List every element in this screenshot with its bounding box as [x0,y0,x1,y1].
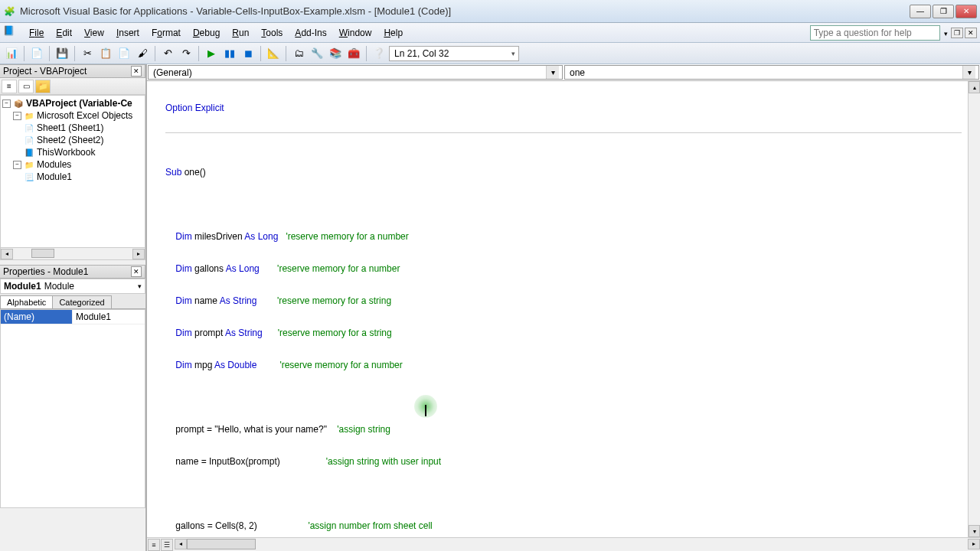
menu-edit[interactable]: Edit [50,25,78,41]
menu-window[interactable]: Window [333,25,378,41]
vscroll-down-icon[interactable]: ▾ [969,525,980,537]
object-dropdown[interactable]: (General) [148,65,563,80]
reset-icon[interactable]: ◼ [240,45,256,62]
app-icon: 🧩 [3,5,15,18]
close-button[interactable]: ✕ [956,5,977,18]
help-search[interactable]: ▾ [810,25,948,41]
toggle-folders-icon[interactable]: 📁 [35,80,51,93]
break-icon[interactable]: ▮▮ [221,45,238,62]
tab-categorized[interactable]: Categorized [52,295,111,308]
insert-module-icon[interactable]: 📄 [28,45,45,62]
text-cursor [425,405,426,416]
tree-sheet2[interactable]: 📄Sheet2 (Sheet2) [2,134,143,146]
properties-pane-close-icon[interactable]: ✕ [131,266,142,277]
editor-hscroll[interactable]: ◂ ▸ [175,539,980,551]
hscroll-thumb[interactable] [187,539,256,549]
project-pane-close-icon[interactable]: ✕ [131,66,142,77]
format-painter-icon[interactable]: 🖌 [134,45,151,62]
cut-icon[interactable]: ✂ [79,45,96,62]
view-excel-icon[interactable]: 📊 [3,45,20,62]
property-key-name: (Name) [1,310,73,324]
view-code-icon[interactable]: ≡ [2,80,17,93]
redo-icon[interactable]: ↷ [178,45,194,62]
tree-sheet1[interactable]: 📄Sheet1 (Sheet1) [2,122,143,134]
menu-help[interactable]: Help [377,25,409,41]
toolbox-icon[interactable]: 🧰 [345,45,362,62]
procedure-view-icon[interactable]: ≡ [148,539,160,551]
line-column-indicator[interactable]: Ln 21, Col 32 [389,46,519,61]
menu-insert[interactable]: Insert [110,25,145,41]
help-search-input[interactable] [810,25,940,41]
full-module-view-icon[interactable]: ☰ [161,539,173,551]
toolbar: 📊 📄 💾 ✂ 📋 📄 🖌 ↶ ↷ ▶ ▮▮ ◼ 📐 🗂 🔧 📚 🧰 ❔ Ln … [0,43,980,64]
tree-modules-folder[interactable]: −📁Modules [2,158,143,171]
tree-root[interactable]: −📦VBAProject (Variable-Ce [2,97,143,109]
window-title: Microsoft Visual Basic for Applications … [20,5,910,17]
menu-debug[interactable]: Debug [187,25,226,41]
tab-alphabetic[interactable]: Alphabetic [0,295,53,308]
procedure-dropdown[interactable]: one [564,65,979,80]
tree-thisworkbook[interactable]: 📘ThisWorkbook [2,146,143,158]
mdi-close-button[interactable]: ✕ [965,28,977,38]
properties-object-select[interactable]: Module1Module [0,279,145,294]
menu-addins[interactable]: Add-Ins [289,25,332,41]
maximize-button[interactable]: ❐ [933,5,954,18]
hscroll-thumb[interactable] [31,249,54,258]
hscroll-left-icon[interactable]: ◂ [175,539,187,549]
menu-file[interactable]: File [23,25,50,41]
editor-vscroll[interactable]: ▴ ▾ [968,81,980,537]
project-pane-header: Project - VBAProject ✕ [0,64,145,78]
code-editor[interactable]: Option Explicit Sub one() Dim milesDrive… [147,81,980,537]
property-row-name[interactable]: (Name) Module1 [1,310,145,324]
hscroll-right-icon[interactable]: ▸ [968,539,980,549]
menu-view[interactable]: View [78,25,110,41]
property-value-name[interactable]: Module1 [73,310,145,324]
design-mode-icon[interactable]: 📐 [265,45,282,62]
copy-icon[interactable]: 📋 [97,45,114,62]
save-icon[interactable]: 💾 [54,45,70,62]
project-tree[interactable]: −📦VBAProject (Variable-Ce −📁Microsoft Ex… [0,95,145,248]
mdi-restore-button[interactable]: ❐ [951,28,963,38]
run-icon[interactable]: ▶ [203,45,220,62]
menu-tools[interactable]: Tools [255,25,289,41]
paste-icon[interactable]: 📄 [116,45,132,62]
hscroll-right-icon[interactable]: ▸ [132,249,145,259]
hscroll-left-icon[interactable]: ◂ [1,249,13,259]
minimize-button[interactable]: — [910,5,931,18]
undo-icon[interactable]: ↶ [159,45,176,62]
tree-module1[interactable]: 📃Module1 [2,171,143,183]
project-explorer-icon[interactable]: 🗂 [290,45,307,62]
menu-bar: 📘 File Edit View Insert Format Debug Run… [0,23,980,43]
object-browser-icon[interactable]: 📚 [327,45,344,62]
view-object-icon[interactable]: ▭ [18,80,34,93]
project-tree-hscroll[interactable]: ◂ ▸ [0,248,145,260]
menu-format[interactable]: Format [145,25,187,41]
excel-icon[interactable]: 📘 [3,25,18,41]
properties-window-icon[interactable]: 🔧 [309,45,325,62]
vscroll-up-icon[interactable]: ▴ [969,81,980,93]
help-icon[interactable]: ❔ [371,45,387,62]
tree-excel-objects[interactable]: −📁Microsoft Excel Objects [2,109,143,122]
title-bar: 🧩 Microsoft Visual Basic for Application… [0,0,980,23]
properties-pane-header: Properties - Module1 ✕ [0,265,145,279]
menu-run[interactable]: Run [226,25,255,41]
